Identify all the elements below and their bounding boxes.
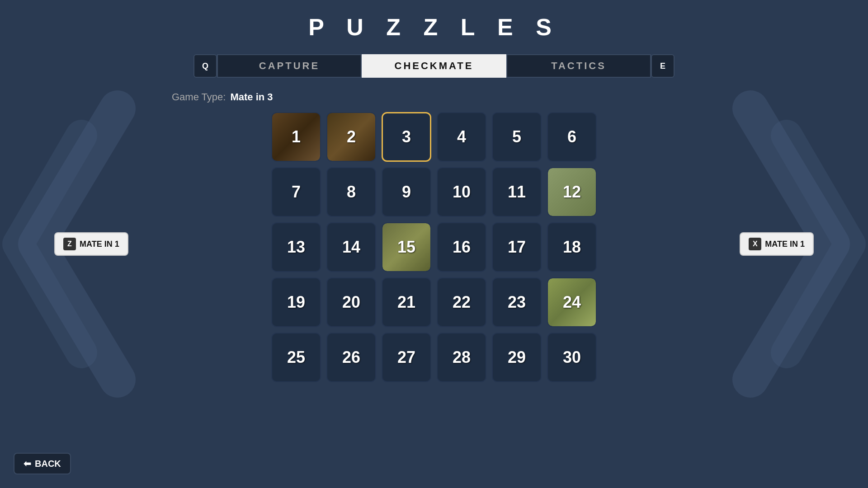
puzzle-cell-1[interactable]: 1 [271,112,321,162]
puzzle-cell-22[interactable]: 22 [437,277,486,327]
right-side-button-container: X MATE IN 1 [740,232,814,256]
puzzle-number-28: 28 [453,348,471,367]
mate-in-1-right-label: MATE IN 1 [765,239,805,249]
puzzle-cell-21[interactable]: 21 [382,277,431,327]
puzzle-cell-7[interactable]: 7 [271,167,321,217]
z-key-badge: Z [63,238,76,250]
puzzle-number-27: 27 [397,348,415,367]
puzzle-cell-18[interactable]: 18 [547,222,597,272]
main-content: P U Z Z L E S Q CAPTURE CHECKMATE TACTIC… [0,0,868,382]
puzzle-cell-17[interactable]: 17 [492,222,542,272]
puzzle-cell-28[interactable]: 28 [437,333,486,382]
puzzle-cell-15[interactable]: 15 [382,222,431,272]
puzzle-number-16: 16 [453,238,471,257]
tab-checkmate[interactable]: CHECKMATE [362,54,506,78]
puzzle-grid: 1234567891011121314151617181920212223242… [271,112,597,382]
left-side-button-container: Z MATE IN 1 [54,232,128,256]
puzzle-number-3: 3 [402,127,411,146]
puzzle-number-20: 20 [342,293,360,312]
left-tab-icon[interactable]: Q [193,54,217,78]
mate-in-1-left-label: MATE IN 1 [80,239,119,249]
puzzle-number-21: 21 [397,293,415,312]
puzzle-number-11: 11 [508,183,526,202]
puzzle-cell-26[interactable]: 26 [326,333,376,382]
puzzle-number-2: 2 [347,127,356,146]
puzzle-cell-14[interactable]: 14 [326,222,376,272]
puzzle-number-30: 30 [563,348,581,367]
puzzle-number-14: 14 [342,238,360,257]
puzzle-number-23: 23 [508,293,526,312]
x-key-badge: X [749,238,761,250]
puzzle-cell-16[interactable]: 16 [437,222,486,272]
puzzle-number-25: 25 [287,348,305,367]
puzzle-cell-24[interactable]: 24 [547,277,597,327]
puzzle-cell-5[interactable]: 5 [492,112,542,162]
puzzle-number-1: 1 [292,127,301,146]
puzzle-number-18: 18 [563,238,581,257]
puzzle-number-5: 5 [512,127,521,146]
tab-capture[interactable]: CAPTURE [217,54,362,78]
puzzle-cell-3[interactable]: 3 [382,112,431,162]
puzzle-number-4: 4 [457,127,466,146]
puzzle-cell-4[interactable]: 4 [437,112,486,162]
puzzle-number-10: 10 [453,183,471,202]
right-tab-icon[interactable]: E [651,54,675,78]
puzzle-cell-11[interactable]: 11 [492,167,542,217]
puzzle-number-29: 29 [508,348,526,367]
puzzle-number-26: 26 [342,348,360,367]
puzzle-cell-2[interactable]: 2 [326,112,376,162]
puzzle-number-8: 8 [347,183,356,202]
puzzle-cell-29[interactable]: 29 [492,333,542,382]
puzzle-cell-12[interactable]: 12 [547,167,597,217]
puzzle-cell-23[interactable]: 23 [492,277,542,327]
puzzle-number-22: 22 [453,293,471,312]
puzzle-number-19: 19 [287,293,305,312]
puzzle-number-12: 12 [563,183,581,202]
mate-in-1-left-button[interactable]: Z MATE IN 1 [54,232,128,256]
puzzle-cell-25[interactable]: 25 [271,333,321,382]
puzzle-cell-13[interactable]: 13 [271,222,321,272]
puzzle-number-13: 13 [287,238,305,257]
tab-tactics[interactable]: TACTICS [506,54,651,78]
puzzle-number-24: 24 [563,293,581,312]
puzzle-cell-19[interactable]: 19 [271,277,321,327]
puzzle-number-15: 15 [397,238,415,257]
game-type-value: Mate in 3 [230,91,273,103]
puzzle-number-9: 9 [402,183,411,202]
back-icon: ⬅ [24,458,31,469]
puzzle-cell-20[interactable]: 20 [326,277,376,327]
game-type-row: Game Type: Mate in 3 [172,91,273,103]
puzzle-number-7: 7 [292,183,301,202]
tab-bar: Q CAPTURE CHECKMATE TACTICS E [193,54,675,78]
puzzle-number-6: 6 [567,127,576,146]
game-type-label: Game Type: [172,91,226,103]
page-title: P U Z Z L E S [308,14,560,41]
back-button[interactable]: ⬅ BACK [14,453,71,474]
puzzle-cell-9[interactable]: 9 [382,167,431,217]
puzzle-cell-30[interactable]: 30 [547,333,597,382]
back-label: BACK [35,459,61,469]
puzzle-cell-6[interactable]: 6 [547,112,597,162]
puzzle-cell-27[interactable]: 27 [382,333,431,382]
puzzle-cell-10[interactable]: 10 [437,167,486,217]
puzzle-number-17: 17 [508,238,526,257]
mate-in-1-right-button[interactable]: X MATE IN 1 [740,232,814,256]
puzzle-cell-8[interactable]: 8 [326,167,376,217]
